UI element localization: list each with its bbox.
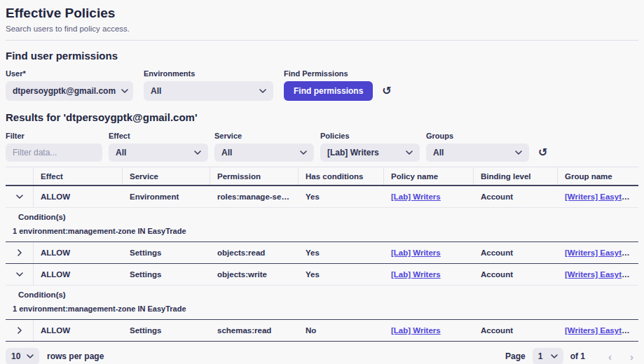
section-divider <box>6 40 638 41</box>
chevron-down-icon <box>551 354 558 358</box>
policy-name-link[interactable]: [Lab] Writers <box>391 326 441 335</box>
cell-effect: ALLOW <box>34 248 123 257</box>
rows-per-page-select[interactable]: 10 <box>6 348 39 364</box>
page-number-value: 1 <box>538 351 543 361</box>
page-subtitle: Search users to find policy access. <box>6 24 638 33</box>
policy-name-link[interactable]: [Lab] Writers <box>391 192 441 201</box>
user-select[interactable]: dtpersoygptk@gmail.com <box>6 81 133 101</box>
cell-binding-level: Account <box>474 270 558 279</box>
reset-filters-button[interactable]: ↺ <box>538 144 547 162</box>
table-row-group: ALLOW Settings objects:write Yes [Lab] W… <box>6 264 638 320</box>
row-expander[interactable] <box>6 186 34 207</box>
chevron-down-icon <box>194 150 201 155</box>
effective-policies-page: Effective Policies Search users to find … <box>0 0 644 364</box>
groups-select-value: All <box>433 148 444 158</box>
row-expander[interactable] <box>6 320 34 341</box>
user-select-value: dtpersoygptk@gmail.com <box>13 86 116 96</box>
find-user-permissions-heading: Find user permissions <box>6 50 638 62</box>
cell-has-conditions: No <box>299 326 384 335</box>
find-permissions-button[interactable]: Find permissions <box>284 81 373 101</box>
table-header-row: Effect Service Permission Has conditions… <box>6 167 638 186</box>
chevron-right-icon <box>18 327 22 334</box>
environments-select[interactable]: All <box>144 81 273 101</box>
page-label: Page <box>505 351 526 361</box>
find-permissions-label: Find Permissions <box>284 69 392 78</box>
cell-has-conditions: Yes <box>299 192 384 201</box>
policy-name-link[interactable]: [Lab] Writers <box>391 270 441 279</box>
condition-panel: Condition(s) 1 environment:management-zo… <box>6 207 638 241</box>
cell-permission: roles:manage-setti… <box>210 192 299 201</box>
chevron-down-icon <box>259 89 266 93</box>
filter-field: Filter <box>6 132 102 162</box>
previous-page-button[interactable]: ‹ <box>603 351 617 363</box>
groups-field: Groups All <box>426 132 529 162</box>
reset-find-button[interactable]: ↺ <box>382 81 391 101</box>
permissions-table: Effect Service Permission Has conditions… <box>6 167 638 342</box>
table-row: ALLOW Environment roles:manage-setti… Ye… <box>6 186 638 207</box>
chevron-down-icon <box>515 150 522 155</box>
filter-input[interactable] <box>6 144 102 162</box>
next-page-button[interactable]: › <box>625 351 638 363</box>
header-binding-level: Binding level <box>474 167 558 185</box>
group-name-link[interactable]: [Writers] Easytrade <box>565 192 638 201</box>
table-row: ALLOW Settings objects:write Yes [Lab] W… <box>6 264 638 285</box>
rows-per-page-label: rows per page <box>47 351 104 361</box>
chevron-left-icon: ‹ <box>608 351 612 363</box>
environments-label: Environments <box>144 69 273 78</box>
chevron-down-icon <box>16 195 23 199</box>
table-row-group: ALLOW Settings objects:read Yes [Lab] Wr… <box>6 242 638 264</box>
policy-name-link[interactable]: [Lab] Writers <box>391 248 441 257</box>
reset-icon: ↺ <box>382 84 391 97</box>
header-service: Service <box>123 167 210 185</box>
pagination-controls: Page 1 of 1 ‹ › <box>505 348 638 364</box>
cell-binding-level: Account <box>474 326 558 335</box>
cell-has-conditions: Yes <box>299 248 384 257</box>
policies-field: Policies [Lab] Writers <box>320 132 420 162</box>
cell-effect: ALLOW <box>34 326 123 335</box>
effect-label: Effect <box>109 132 208 140</box>
policies-label: Policies <box>320 132 420 140</box>
condition-text: 1 environment:management-zone IN EasyTra… <box>6 304 638 313</box>
header-effect: Effect <box>34 167 123 185</box>
groups-select[interactable]: All <box>426 144 529 162</box>
cell-service: Environment <box>123 192 210 201</box>
table-footer: 10 rows per page Page 1 of 1 ‹ › <box>6 342 638 364</box>
chevron-right-icon: › <box>630 351 633 363</box>
condition-title: Condition(s) <box>6 290 638 299</box>
chevron-down-icon <box>300 150 307 155</box>
group-name-link[interactable]: [Writers] Easytrade <box>565 270 638 279</box>
policies-select[interactable]: [Lab] Writers <box>320 144 420 162</box>
cell-service: Settings <box>123 270 210 279</box>
environments-field: Environments All <box>144 69 273 101</box>
rows-per-page-value: 10 <box>11 351 20 361</box>
service-label: Service <box>214 132 314 140</box>
chevron-down-icon <box>16 272 23 276</box>
service-select[interactable]: All <box>214 144 314 162</box>
header-has-conditions: Has conditions <box>299 167 384 185</box>
table-row-group: ALLOW Environment roles:manage-setti… Ye… <box>6 186 638 242</box>
effect-select-value: All <box>116 148 126 158</box>
header-permission: Permission <box>210 167 299 185</box>
chevron-down-icon <box>27 354 34 358</box>
cell-effect: ALLOW <box>34 192 123 201</box>
row-expander[interactable] <box>6 264 34 285</box>
page-number-select[interactable]: 1 <box>533 348 563 364</box>
cell-service: Settings <box>123 326 210 335</box>
header-expander-column <box>6 167 34 185</box>
chevron-down-icon <box>121 89 128 93</box>
effect-select[interactable]: All <box>109 144 208 162</box>
condition-text: 1 environment:management-zone IN EasyTra… <box>6 227 638 235</box>
condition-panel: Condition(s) 1 environment:management-zo… <box>6 285 638 319</box>
groups-label: Groups <box>426 132 529 140</box>
page-title: Effective Policies <box>6 6 638 21</box>
header-policy-name: Policy name <box>384 167 474 185</box>
filter-label: Filter <box>6 132 102 140</box>
condition-title: Condition(s) <box>6 213 638 221</box>
user-field: User* dtpersoygptk@gmail.com <box>6 69 133 101</box>
row-expander[interactable] <box>6 242 34 263</box>
find-permissions-field: Find Permissions Find permissions ↺ <box>284 69 392 101</box>
service-select-value: All <box>221 148 232 158</box>
group-name-link[interactable]: [Writers] Easytrade <box>565 248 638 257</box>
group-name-link[interactable]: [Writers] Easytrade <box>565 326 638 335</box>
page-count-label: of 1 <box>570 351 585 361</box>
